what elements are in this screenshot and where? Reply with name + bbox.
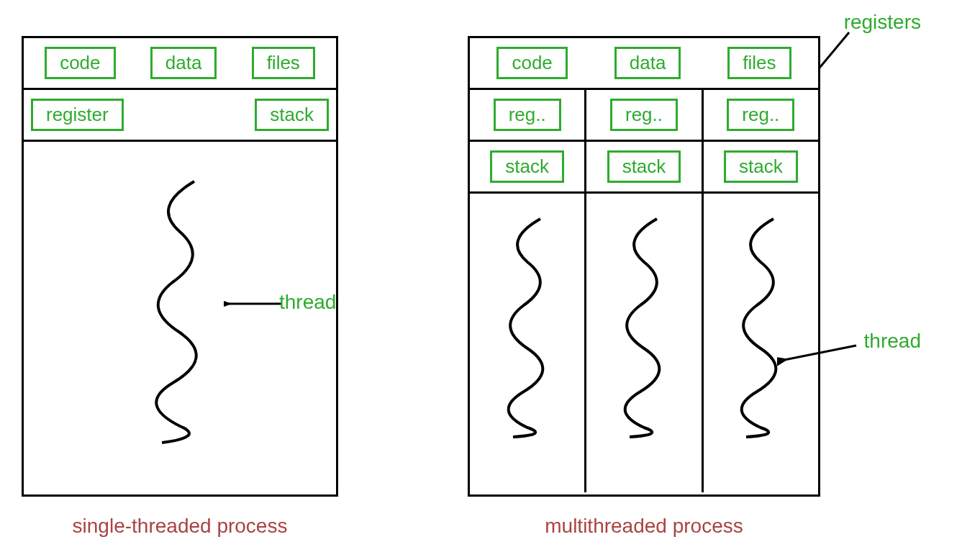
multi-threaded-wrapper: registers code data files reg.. [468,36,820,538]
register-box: register [31,99,124,131]
single-thread-area: thread [24,142,336,490]
register-box: reg.. [494,99,561,131]
data-box: data [614,47,681,79]
single-second-row: register stack [24,90,336,142]
svg-line-2 [784,346,856,360]
thread-wave-icon [725,215,797,438]
stack-box: stack [607,150,681,183]
code-box: code [45,47,115,79]
register-cell: reg.. [586,90,701,142]
stack-cell: stack [586,142,701,194]
diagram-container: code data files register stack [14,14,966,559]
stack-box: stack [255,99,329,131]
register-cell: reg.. [704,90,818,142]
thread-column-2: reg.. stack [586,90,703,492]
data-box: data [150,47,217,79]
multi-caption: multithreaded process [545,515,743,538]
multi-process-box: code data files reg.. stack [468,36,820,497]
thread-wave-icon [491,215,563,438]
register-box: reg.. [610,99,678,131]
arrow-icon [777,338,863,367]
multi-header-row: code data files [470,38,818,90]
stack-box: stack [490,150,564,183]
stack-cell: stack [704,142,818,194]
thread-area-2 [586,194,701,492]
single-caption: single-threaded process [73,515,288,538]
thread-label: thread [279,291,336,314]
register-cell: reg.. [470,90,584,142]
code-box: code [496,47,567,79]
thread-area-1 [470,194,584,492]
single-header-row: code data files [24,38,336,90]
multi-columns: reg.. stack reg.. [470,90,818,492]
thread-label: thread [864,330,921,353]
single-process-box: code data files register stack [22,36,338,497]
single-threaded-wrapper: code data files register stack [22,36,338,538]
register-box: reg.. [727,99,794,131]
stack-box: stack [724,150,798,183]
files-box: files [727,47,791,79]
thread-wave-icon [137,178,223,444]
thread-column-3: reg.. stack [704,90,818,492]
thread-wave-icon [608,215,680,438]
thread-column-1: reg.. stack [470,90,586,492]
files-box: files [252,47,315,79]
stack-cell: stack [470,142,584,194]
